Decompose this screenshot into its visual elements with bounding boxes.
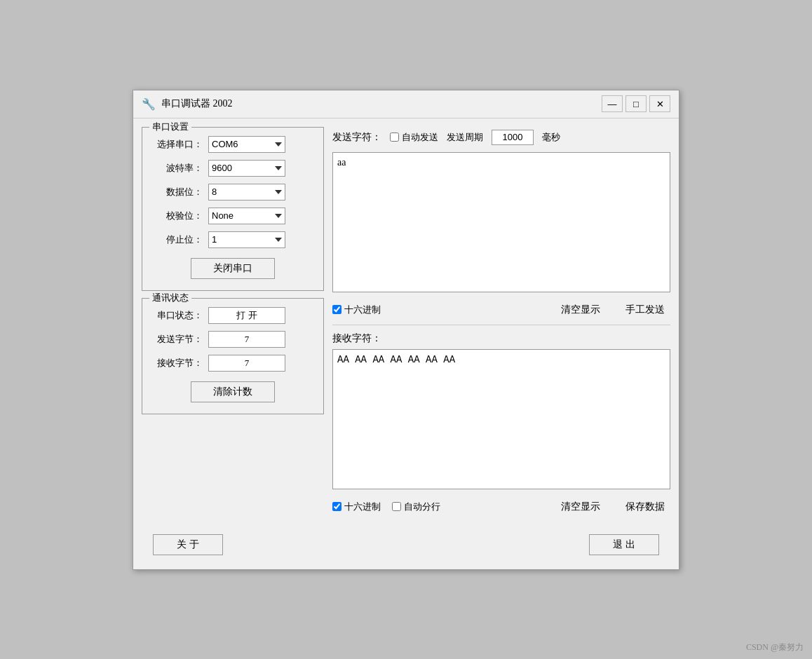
close-port-button[interactable]: 关闭串口: [191, 258, 275, 279]
bottom-row: 关 于 退 出: [142, 529, 670, 561]
manual-send-button[interactable]: 手工发送: [620, 301, 670, 319]
baud-label: 波特率：: [154, 162, 203, 175]
serial-settings-group: 串口设置 选择串口： COM6 COM1 COM2 COM3 COM4 COM5: [142, 127, 324, 291]
recv-hex-checkbox[interactable]: [332, 502, 341, 511]
send-clear-display-button[interactable]: 清空显示: [555, 301, 606, 319]
period-input[interactable]: [492, 130, 534, 145]
port-status-label: 串口状态：: [154, 309, 203, 322]
title-buttons: — □ ✕: [602, 95, 670, 112]
title-bar-left: 🔧 串口调试器 2002: [142, 97, 233, 111]
recv-hex-label: 十六进制: [344, 501, 381, 513]
app-icon: 🔧: [142, 97, 156, 111]
main-window: 🔧 串口调试器 2002 — □ ✕ 串口设置 选择串口： COM6 C: [133, 90, 679, 570]
receive-textarea[interactable]: AA AA AA AA AA AA AA: [332, 349, 670, 489]
main-content: 串口设置 选择串口： COM6 COM1 COM2 COM3 COM4 COM5: [133, 118, 679, 569]
exit-button[interactable]: 退 出: [589, 534, 659, 555]
stopbits-row: 停止位： 1 1.5 2: [154, 231, 312, 248]
recv-bytes-label: 接收字节：: [154, 357, 203, 369]
left-panel: 串口设置 选择串口： COM6 COM1 COM2 COM3 COM4 COM5: [142, 127, 324, 522]
serial-settings-title: 串口设置: [149, 121, 191, 133]
send-hex-area: 十六进制: [332, 304, 381, 316]
send-textarea[interactable]: aa: [332, 152, 670, 292]
maximize-button[interactable]: □: [625, 95, 647, 112]
ms-label: 毫秒: [542, 131, 560, 144]
parity-select[interactable]: None Odd Even: [208, 208, 285, 224]
receive-footer: 十六进制 自动分行 清空显示 保存数据: [332, 492, 670, 522]
databits-row: 数据位： 8 5 6 7: [154, 184, 312, 201]
send-header: 发送字符： 自动发送 发送周期 毫秒: [332, 127, 670, 148]
baud-select[interactable]: 9600 1200 2400 4800 19200 38400 57600 11…: [208, 160, 285, 177]
send-footer: 十六进制 清空显示 手工发送: [332, 295, 670, 325]
receive-section: 接收字符： AA AA AA AA AA AA AA 十六进制 自动分行 清空显…: [332, 325, 670, 522]
top-row: 串口设置 选择串口： COM6 COM1 COM2 COM3 COM4 COM5: [142, 127, 670, 522]
port-label: 选择串口：: [154, 138, 203, 151]
recv-newline-checkbox[interactable]: [392, 502, 401, 511]
port-select[interactable]: COM6 COM1 COM2 COM3 COM4 COM5: [208, 136, 285, 153]
stopbits-select[interactable]: 1 1.5 2: [208, 231, 285, 248]
databits-label: 数据位：: [154, 186, 203, 198]
stopbits-label: 停止位：: [154, 233, 203, 246]
recv-newline-label: 自动分行: [404, 501, 440, 513]
window-title: 串口调试器 2002: [161, 97, 233, 110]
send-hex-label: 十六进制: [344, 304, 381, 316]
title-bar: 🔧 串口调试器 2002 — □ ✕: [133, 90, 679, 118]
clear-count-button[interactable]: 清除计数: [191, 381, 275, 402]
send-section: 发送字符： 自动发送 发送周期 毫秒 aa 十六进制: [332, 127, 670, 325]
minimize-button[interactable]: —: [602, 95, 623, 112]
comm-status-group: 通讯状态 串口状态： 打 开 发送字节： 7 接收字节： 7 清除计数: [142, 298, 324, 414]
period-label: 发送周期: [447, 131, 483, 144]
close-button[interactable]: ✕: [649, 95, 670, 112]
auto-send-checkbox[interactable]: [390, 133, 399, 142]
parity-row: 校验位： None Odd Even: [154, 208, 312, 224]
send-bytes-label: 发送字节：: [154, 333, 203, 346]
port-row: 选择串口： COM6 COM1 COM2 COM3 COM4 COM5: [154, 136, 312, 153]
databits-select[interactable]: 8 5 6 7: [208, 184, 285, 201]
watermark: CSDN @秦努力: [746, 641, 804, 653]
send-bytes-row: 发送字节： 7: [154, 331, 312, 348]
port-status-value: 打 开: [208, 307, 285, 324]
recv-clear-display-button[interactable]: 清空显示: [555, 498, 606, 516]
send-bytes-value: 7: [208, 331, 285, 348]
receive-label: 接收字符：: [332, 332, 670, 345]
right-panel: 发送字符： 自动发送 发送周期 毫秒 aa 十六进制: [332, 127, 670, 522]
comm-status-title: 通讯状态: [149, 292, 191, 304]
recv-newline-area: 自动分行: [392, 501, 440, 513]
port-status-row: 串口状态： 打 开: [154, 307, 312, 324]
auto-send-container: 自动发送: [390, 131, 438, 144]
about-button[interactable]: 关 于: [153, 534, 223, 555]
send-hex-checkbox[interactable]: [332, 305, 341, 314]
send-label: 发送字符：: [332, 131, 381, 144]
auto-send-label: 自动发送: [402, 131, 438, 144]
parity-label: 校验位：: [154, 210, 203, 222]
recv-bytes-row: 接收字节： 7: [154, 355, 312, 372]
baud-row: 波特率： 9600 1200 2400 4800 19200 38400 576…: [154, 160, 312, 177]
recv-hex-area: 十六进制: [332, 501, 381, 513]
recv-bytes-value: 7: [208, 355, 285, 372]
save-data-button[interactable]: 保存数据: [620, 498, 670, 516]
